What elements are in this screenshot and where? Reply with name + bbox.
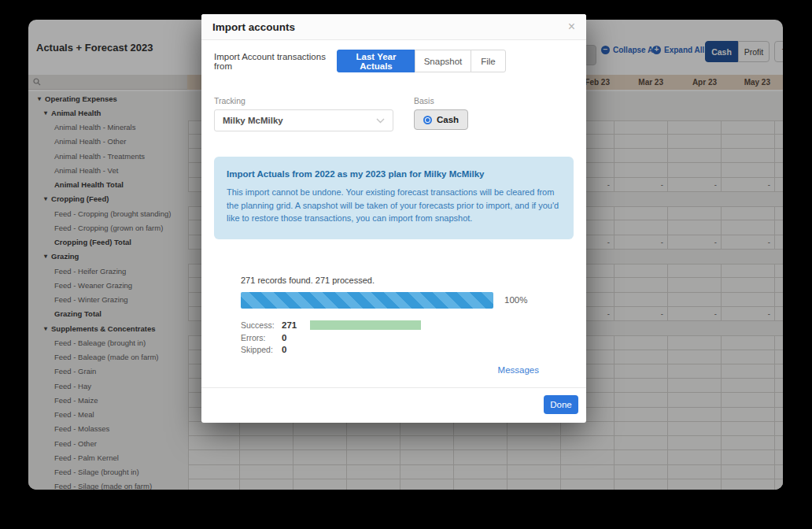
info-heading: Import Actuals from 2022 as my 2023 plan…: [227, 169, 561, 179]
progress-bar-row: 100%: [241, 292, 574, 309]
stat-value: 0: [282, 345, 310, 354]
tracking-value: Milky McMilky: [223, 116, 283, 125]
close-icon[interactable]: ×: [568, 20, 575, 33]
import-stats: Success:271Errors:0Skipped:0: [241, 320, 574, 357]
basis-cash-option[interactable]: Cash: [414, 109, 468, 130]
import-source-row: Import Account transactions from Last Ye…: [214, 50, 574, 72]
basis-option-label: Cash: [437, 115, 459, 124]
success-bar: [310, 320, 421, 330]
records-summary: 271 records found. 271 processed.: [241, 276, 574, 285]
tracking-field: Tracking Milky McMilky: [214, 96, 393, 131]
tracking-label: Tracking: [214, 96, 393, 105]
progress-section: 271 records found. 271 processed. 100% S…: [241, 276, 574, 357]
tab-last-year-actuals[interactable]: Last Year Actuals: [337, 50, 415, 72]
stat-label: Success:: [241, 320, 282, 330]
import-source-tabs: Last Year ActualsSnapshotFile: [337, 50, 506, 72]
import-info-box: Import Actuals from 2022 as my 2023 plan…: [214, 157, 574, 239]
tracking-select[interactable]: Milky McMilky: [214, 109, 393, 131]
modal-body: Import Account transactions from Last Ye…: [201, 50, 586, 376]
progress-percent: 100%: [504, 295, 527, 305]
radio-selected-icon: [423, 116, 432, 124]
progress-bar: [241, 292, 493, 309]
tab-snapshot[interactable]: Snapshot: [415, 50, 471, 72]
info-body-text: This import cannot be undone. Your exist…: [227, 186, 561, 225]
modal-header: Import accounts ×: [201, 14, 586, 40]
tracking-basis-row: Tracking Milky McMilky Basis Cash: [214, 96, 574, 131]
stat-value: 271: [282, 320, 310, 330]
stat-row: Errors:0: [241, 331, 574, 344]
tab-file[interactable]: File: [471, 50, 506, 72]
stat-label: Skipped:: [241, 345, 282, 354]
done-button[interactable]: Done: [544, 395, 578, 414]
basis-label: Basis: [414, 96, 468, 105]
stat-row: Success:271: [241, 320, 574, 332]
import-source-label: Import Account transactions from: [214, 52, 337, 71]
chevron-down-icon: [376, 118, 385, 124]
modal-footer: Done: [201, 387, 586, 423]
messages-row: Messages: [214, 362, 539, 376]
stat-value: 0: [282, 333, 310, 342]
stat-label: Errors:: [241, 333, 282, 342]
modal-title: Import accounts: [212, 21, 295, 33]
messages-link[interactable]: Messages: [498, 365, 539, 375]
stat-row: Skipped:0: [241, 344, 574, 357]
basis-field: Basis Cash: [414, 96, 468, 130]
import-accounts-modal: Import accounts × Import Account transac…: [201, 14, 586, 423]
